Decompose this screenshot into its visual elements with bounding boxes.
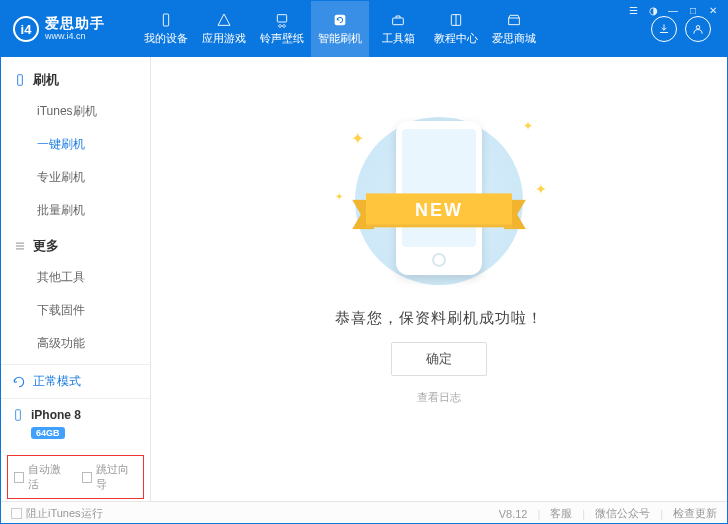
divider: | <box>582 508 585 520</box>
checkbox-icon <box>82 472 92 483</box>
side-item-other-tools[interactable]: 其他工具 <box>1 261 150 294</box>
header-right <box>651 16 717 42</box>
menu-icon <box>13 239 27 253</box>
check-auto-activate[interactable]: 自动激活 <box>14 462 70 492</box>
side-item-download-firmware[interactable]: 下载固件 <box>1 294 150 327</box>
footer-link-support[interactable]: 客服 <box>550 506 572 521</box>
book-icon <box>447 12 465 28</box>
side-group-title: 刷机 <box>33 71 59 89</box>
sparkle-icon: ✦ <box>351 129 364 148</box>
phone-icon <box>11 407 25 423</box>
sparkle-icon: ✦ <box>523 119 533 133</box>
top-nav: 我的设备 应用游戏 铃声壁纸 智能刷机 工具箱 教程中心 爱思商城 <box>137 1 543 57</box>
svg-rect-8 <box>18 75 23 86</box>
side-item-itunes-flash[interactable]: iTunes刷机 <box>1 95 150 128</box>
nav-label: 铃声壁纸 <box>260 31 304 46</box>
ok-button[interactable]: 确定 <box>391 342 487 376</box>
success-illustration: ✦ ✦ ✦ ✦ NEW <box>329 111 549 291</box>
divider: | <box>660 508 663 520</box>
nav-store[interactable]: 爱思商城 <box>485 1 543 57</box>
footer-link-update[interactable]: 检查更新 <box>673 506 717 521</box>
side-item-batch-flash[interactable]: 批量刷机 <box>1 194 150 227</box>
nav-label: 智能刷机 <box>318 31 362 46</box>
download-button[interactable] <box>651 16 677 42</box>
store-icon <box>505 12 523 28</box>
view-log-link[interactable]: 查看日志 <box>417 390 461 405</box>
check-label: 跳过向导 <box>96 462 137 492</box>
settings-icon[interactable]: ☰ <box>625 3 641 17</box>
check-block-itunes[interactable]: 阻止iTunes运行 <box>11 506 103 521</box>
title-bar: i4 爱思助手 www.i4.cn 我的设备 应用游戏 铃声壁纸 智能刷机 工具… <box>1 1 727 57</box>
maximize-button[interactable]: □ <box>685 3 701 17</box>
window-controls: ☰ ◑ — □ ✕ <box>625 3 721 17</box>
nav-toolbox[interactable]: 工具箱 <box>369 1 427 57</box>
device-mode-label: 正常模式 <box>33 373 81 390</box>
side-group-flash[interactable]: 刷机 <box>1 65 150 95</box>
nav-label: 爱思商城 <box>492 31 536 46</box>
side-item-oneclick-flash[interactable]: 一键刷机 <box>1 128 150 161</box>
toolbox-icon <box>389 12 407 28</box>
music-icon <box>273 12 291 28</box>
nav-label: 教程中心 <box>434 31 478 46</box>
sidebar: 刷机 iTunes刷机 一键刷机 专业刷机 批量刷机 更多 其他工具 下载固件 … <box>1 57 151 501</box>
sparkle-icon: ✦ <box>535 181 547 197</box>
app-subtitle: www.i4.cn <box>45 32 105 42</box>
svg-rect-0 <box>163 14 168 26</box>
skin-icon[interactable]: ◑ <box>645 3 661 17</box>
side-item-advanced[interactable]: 高级功能 <box>1 327 150 360</box>
footer-link-wechat[interactable]: 微信公众号 <box>595 506 650 521</box>
close-button[interactable]: ✕ <box>705 3 721 17</box>
refresh-icon <box>11 374 27 390</box>
nav-apps[interactable]: 应用游戏 <box>195 1 253 57</box>
check-label: 自动激活 <box>28 462 69 492</box>
nav-label: 我的设备 <box>144 31 188 46</box>
side-group-more[interactable]: 更多 <box>1 231 150 261</box>
checkbox-icon <box>14 472 24 483</box>
device-mode[interactable]: 正常模式 <box>1 364 150 398</box>
app-logo: i4 爱思助手 www.i4.cn <box>13 16 123 42</box>
nav-flash[interactable]: 智能刷机 <box>311 1 369 57</box>
nav-ringtones[interactable]: 铃声壁纸 <box>253 1 311 57</box>
svg-rect-12 <box>16 410 21 421</box>
side-item-pro-flash[interactable]: 专业刷机 <box>1 161 150 194</box>
minimize-button[interactable]: — <box>665 3 681 17</box>
device-name: iPhone 8 <box>31 408 81 422</box>
flash-icon <box>331 12 349 28</box>
app-title: 爱思助手 <box>45 16 105 31</box>
logo-badge: i4 <box>13 16 39 42</box>
device-info[interactable]: iPhone 8 64GB <box>1 398 150 449</box>
phone-icon <box>13 73 27 87</box>
version-label: V8.12 <box>499 508 528 520</box>
svg-rect-2 <box>277 15 286 22</box>
checkbox-icon <box>11 508 22 519</box>
nav-label: 应用游戏 <box>202 31 246 46</box>
nav-tutorials[interactable]: 教程中心 <box>427 1 485 57</box>
svg-rect-3 <box>335 15 346 26</box>
storage-badge: 64GB <box>31 427 65 439</box>
svg-rect-4 <box>393 18 404 25</box>
divider: | <box>537 508 540 520</box>
status-bar: 阻止iTunes运行 V8.12 | 客服 | 微信公众号 | 检查更新 <box>1 501 727 524</box>
check-skip-guide[interactable]: 跳过向导 <box>82 462 138 492</box>
svg-point-7 <box>696 26 700 30</box>
device-icon <box>157 12 175 28</box>
main-panel: ✦ ✦ ✦ ✦ NEW 恭喜您，保资料刷机成功啦！ 确定 查看日志 <box>151 57 727 501</box>
side-group-title: 更多 <box>33 237 59 255</box>
apps-icon <box>215 12 233 28</box>
success-message: 恭喜您，保资料刷机成功啦！ <box>335 309 543 328</box>
phone-graphic <box>396 121 482 275</box>
check-label: 阻止iTunes运行 <box>26 506 103 521</box>
nav-my-device[interactable]: 我的设备 <box>137 1 195 57</box>
account-button[interactable] <box>685 16 711 42</box>
sparkle-icon: ✦ <box>335 191 343 202</box>
nav-label: 工具箱 <box>382 31 415 46</box>
options-highlighted: 自动激活 跳过向导 <box>7 455 144 499</box>
